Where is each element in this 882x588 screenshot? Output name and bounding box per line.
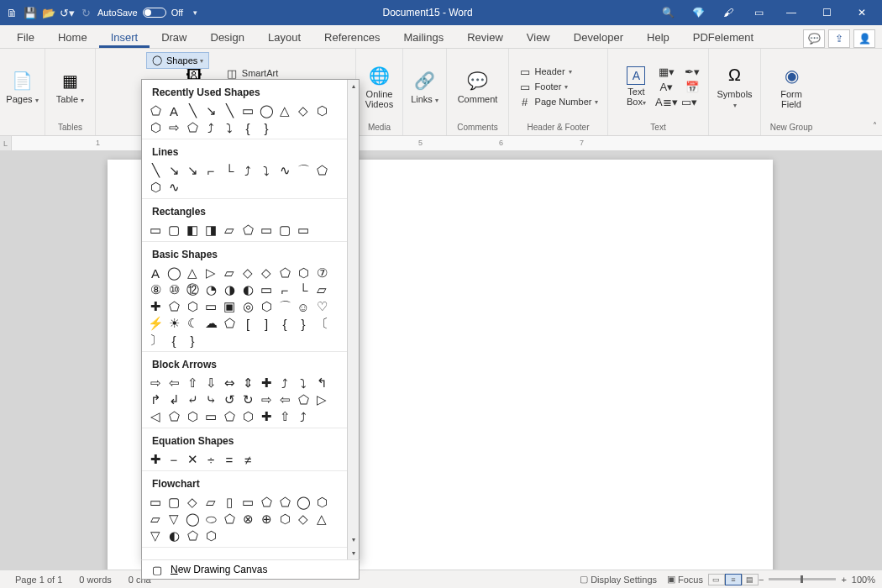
object-icon[interactable]: ▭▾ (683, 95, 696, 108)
minimize-button[interactable]: — (774, 0, 808, 25)
shape-item[interactable]: ◯ (165, 265, 182, 281)
shape-item[interactable]: ⬠ (147, 103, 164, 118)
smartart-button[interactable]: ◫SmartArt (225, 66, 278, 80)
shape-item[interactable]: ◁ (147, 409, 164, 424)
shape-item[interactable]: △ (184, 265, 201, 281)
shape-item[interactable]: ◯ (295, 495, 312, 510)
shape-item[interactable]: ✚ (147, 299, 164, 314)
tab-layout[interactable]: Layout (256, 26, 312, 48)
zoom-slider[interactable] (769, 578, 836, 580)
shape-item[interactable]: ⬭ (202, 512, 219, 527)
shape-item[interactable]: ⑦ (313, 265, 330, 281)
shape-item[interactable]: ◐ (165, 528, 182, 543)
qat-redo-icon[interactable]: ↻ (79, 6, 92, 19)
tab-draw[interactable]: Draw (150, 26, 198, 48)
search-icon[interactable]: 🔍 (654, 0, 682, 25)
pages-button[interactable]: 📄Pages ▾ (2, 67, 44, 107)
shape-item[interactable]: ↘ (202, 103, 219, 118)
shape-item[interactable]: ⇨ (147, 375, 164, 391)
shape-item[interactable]: ▽ (147, 528, 164, 543)
shape-item[interactable]: ▯ (221, 495, 238, 510)
autosave-toggle[interactable]: AutoSave Off (97, 8, 183, 18)
qat-save-icon[interactable]: 🗎 (5, 6, 18, 19)
close-button[interactable]: ✕ (845, 0, 879, 25)
shape-item[interactable]: ⬠ (313, 163, 330, 178)
tab-help[interactable]: Help (635, 26, 681, 48)
shape-item[interactable]: ▢ (165, 495, 182, 510)
collapse-ribbon-icon[interactable]: ˄ (873, 121, 877, 130)
dropdown-scrollbar[interactable]: ▴ ▾ ▾ (347, 80, 359, 560)
zoom-level[interactable]: 100% (852, 575, 875, 585)
share-icon[interactable]: ⇪ (828, 29, 850, 48)
view-print-icon[interactable]: ≡ (725, 574, 742, 585)
shape-item[interactable]: [ (239, 316, 256, 331)
shape-item[interactable]: ◯ (258, 103, 275, 118)
shape-item[interactable]: ▱ (221, 223, 238, 238)
shape-item[interactable]: ∿ (165, 180, 182, 195)
shape-item[interactable]: ⤴ (276, 375, 293, 391)
shape-item[interactable]: ◨ (202, 223, 219, 238)
shape-item[interactable]: ▱ (147, 512, 164, 527)
footer-button[interactable]: ▭Footer▾ (518, 80, 599, 93)
shape-item[interactable]: ▭ (239, 495, 256, 510)
shape-item[interactable]: ⬡ (313, 495, 330, 510)
qat-save2-icon[interactable]: 💾 (24, 6, 37, 19)
display-settings[interactable]: ▢Display Settings (575, 574, 662, 585)
tab-mailings[interactable]: Mailings (392, 26, 456, 48)
shape-item[interactable]: ⇨ (165, 120, 182, 135)
shape-item[interactable]: 〕 (147, 333, 164, 348)
symbols-button[interactable]: ΩSymbols ▾ (714, 62, 756, 112)
shape-item[interactable]: ⤶ (184, 392, 201, 407)
tab-developer[interactable]: Developer (562, 26, 635, 48)
shape-item[interactable]: ◇ (295, 103, 312, 118)
shape-item[interactable]: ▱ (313, 282, 330, 297)
shape-item[interactable]: ⬠ (221, 512, 238, 527)
shape-item[interactable]: ▭ (202, 299, 219, 314)
shape-item[interactable]: ↱ (147, 392, 164, 407)
shape-item[interactable]: ⬠ (221, 316, 238, 331)
shape-item[interactable]: ↘ (165, 163, 182, 178)
shape-item[interactable]: { (276, 316, 293, 331)
shape-item[interactable]: ╲ (184, 103, 201, 118)
shape-item[interactable]: ◑ (221, 282, 238, 297)
shape-item[interactable]: ◧ (184, 223, 201, 238)
scroll-more-icon[interactable]: ▾ (348, 547, 359, 559)
shape-item[interactable]: ▢ (276, 223, 293, 238)
shape-item[interactable]: ↘ (184, 163, 201, 178)
header-button[interactable]: ▭Header▾ (518, 65, 599, 78)
shape-item[interactable]: ⌐ (202, 163, 219, 178)
qat-open-icon[interactable]: 📂 (42, 6, 55, 19)
shape-item[interactable]: ⬡ (313, 103, 330, 118)
shape-item[interactable]: ◇ (184, 495, 201, 510)
shape-item[interactable]: ⑩ (165, 282, 182, 297)
maximize-button[interactable]: ☐ (810, 0, 843, 25)
shape-item[interactable]: ▭ (147, 495, 164, 510)
tab-review[interactable]: Review (455, 26, 515, 48)
shape-item[interactable]: ⌒ (295, 163, 312, 178)
shape-item[interactable]: ✚ (147, 452, 164, 467)
shape-item[interactable]: ⬠ (258, 495, 275, 510)
shape-item[interactable]: ⬠ (221, 409, 238, 424)
shape-item[interactable]: ⇩ (202, 375, 219, 391)
shape-item[interactable]: ⇧ (276, 409, 293, 424)
shape-item[interactable]: ⤴ (239, 163, 256, 178)
shape-item[interactable]: ╲ (147, 163, 164, 178)
shape-item[interactable]: ⇦ (276, 392, 293, 407)
shape-item[interactable]: ∿ (276, 163, 293, 178)
shape-item[interactable]: ◐ (239, 282, 256, 297)
comments-pane-icon[interactable]: 💬 (803, 29, 825, 48)
shape-item[interactable]: ⊗ (239, 512, 256, 527)
shape-item[interactable]: ⤴ (202, 120, 219, 135)
shape-item[interactable]: ✚ (258, 409, 275, 424)
shape-item[interactable]: ≠ (239, 452, 256, 467)
shape-item[interactable]: ▭ (147, 223, 164, 238)
zoom-control[interactable]: − + 100% (759, 575, 875, 585)
comment-button[interactable]: 💬Comment (457, 67, 499, 106)
shape-item[interactable]: ↻ (239, 392, 256, 407)
table-button[interactable]: ▦Table ▾ (50, 67, 92, 107)
shape-item[interactable]: ↰ (313, 375, 330, 391)
text-box-button[interactable]: AText Box▾ (617, 65, 654, 109)
shape-item[interactable]: } (184, 333, 201, 348)
zoom-in-icon[interactable]: + (841, 575, 846, 585)
shape-item[interactable]: ↲ (165, 392, 182, 407)
